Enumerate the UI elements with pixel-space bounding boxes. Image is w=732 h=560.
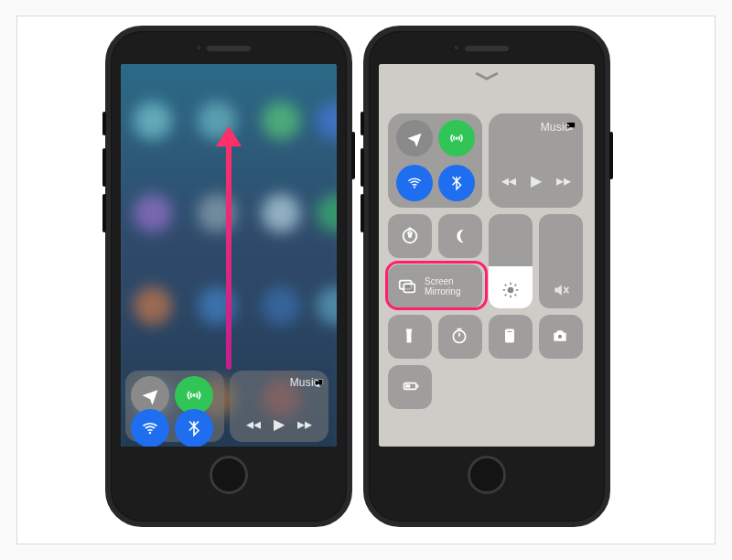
brightness-icon xyxy=(501,281,520,299)
front-camera xyxy=(195,44,202,51)
timer-icon xyxy=(450,327,470,347)
svg-point-17 xyxy=(509,337,511,339)
svg-point-8 xyxy=(508,287,514,294)
rewind-icon[interactable]: ◂◂ xyxy=(246,415,261,433)
speaker-grille xyxy=(207,46,251,51)
screen-mirroring-button[interactable]: Screen Mirroring xyxy=(388,264,482,308)
camera-button[interactable] xyxy=(539,315,583,359)
music-label: Music xyxy=(290,376,319,389)
svg-point-13 xyxy=(507,334,509,336)
volume-down-button xyxy=(102,194,106,232)
wifi-toggle[interactable] xyxy=(396,165,433,201)
screen-right[interactable]: Music ◂◂ ▶ ▸▸ xyxy=(379,64,595,447)
volume-up-button xyxy=(361,148,364,187)
svg-point-3 xyxy=(413,186,414,188)
low-power-mode-toggle[interactable] xyxy=(388,365,432,409)
svg-rect-12 xyxy=(507,330,513,333)
airplane-icon xyxy=(141,386,159,404)
cellular-icon xyxy=(185,386,203,404)
home-button[interactable] xyxy=(468,456,506,494)
svg-point-21 xyxy=(511,339,513,340)
svg-point-20 xyxy=(509,339,511,340)
pull-down-grabber[interactable] xyxy=(474,71,500,81)
camera-icon xyxy=(551,327,571,347)
music-label: Music xyxy=(541,121,570,134)
forward-icon[interactable]: ▸▸ xyxy=(556,172,571,189)
cellular-icon xyxy=(448,130,465,146)
iphone-left: Music ◂◂ ▶ ▸▸ xyxy=(105,26,352,527)
connectivity-tile[interactable] xyxy=(125,371,224,442)
moon-icon xyxy=(450,226,470,246)
flashlight-button[interactable] xyxy=(388,315,432,359)
bluetooth-icon xyxy=(185,419,203,437)
screen-mirroring-icon xyxy=(397,276,417,296)
airplane-mode-toggle[interactable] xyxy=(396,120,433,156)
music-controls: ◂◂ ▶ ▸▸ xyxy=(230,415,328,433)
bluetooth-toggle[interactable] xyxy=(438,165,475,201)
timer-button[interactable] xyxy=(438,315,482,359)
swipe-up-arrow xyxy=(226,141,231,370)
volume-mute-icon xyxy=(552,281,570,299)
svg-point-22 xyxy=(557,334,563,339)
power-button xyxy=(609,132,613,179)
svg-point-9 xyxy=(408,334,410,336)
mute-switch xyxy=(102,112,106,135)
play-icon[interactable]: ▶ xyxy=(274,415,285,433)
music-tile[interactable]: Music ◂◂ ▶ ▸▸ xyxy=(489,113,583,208)
svg-point-0 xyxy=(192,393,195,396)
wifi-toggle[interactable] xyxy=(131,409,169,447)
svg-point-18 xyxy=(511,337,513,339)
calculator-icon xyxy=(501,327,521,347)
flashlight-icon xyxy=(400,327,420,347)
volume-slider[interactable] xyxy=(539,214,583,308)
control-center: Music ◂◂ ▶ ▸▸ xyxy=(388,113,586,409)
front-camera xyxy=(453,44,460,51)
forward-icon[interactable]: ▸▸ xyxy=(297,415,312,433)
svg-rect-24 xyxy=(417,384,419,387)
connectivity-tile[interactable] xyxy=(388,113,482,208)
battery-icon xyxy=(400,377,420,397)
mute-switch xyxy=(361,112,364,135)
do-not-disturb-toggle[interactable] xyxy=(438,214,482,258)
volume-up-button xyxy=(102,148,106,187)
svg-rect-25 xyxy=(405,384,410,387)
brightness-slider[interactable] xyxy=(489,214,533,308)
airplane-icon xyxy=(406,130,423,146)
svg-point-15 xyxy=(511,334,513,336)
calculator-button[interactable] xyxy=(489,315,533,359)
power-button xyxy=(351,132,355,179)
rewind-icon[interactable]: ◂◂ xyxy=(501,172,516,189)
control-center-peek[interactable]: Music ◂◂ ▶ ▸▸ xyxy=(121,366,337,447)
volume-down-button xyxy=(361,194,364,232)
bluetooth-icon xyxy=(448,175,465,191)
orientation-lock-toggle[interactable] xyxy=(388,214,432,258)
screen-left[interactable]: Music ◂◂ ▶ ▸▸ xyxy=(121,64,337,447)
iphone-right: Music ◂◂ ▶ ▸▸ xyxy=(363,26,610,527)
tutorial-figure: Music ◂◂ ▶ ▸▸ xyxy=(16,16,716,544)
svg-point-1 xyxy=(149,432,152,435)
music-controls: ◂◂ ▶ ▸▸ xyxy=(489,172,583,189)
speaker-grille xyxy=(465,46,509,51)
svg-point-16 xyxy=(507,337,509,339)
orientation-lock-icon xyxy=(400,226,420,246)
svg-rect-7 xyxy=(404,284,414,292)
svg-point-14 xyxy=(509,334,511,336)
wifi-icon xyxy=(406,175,423,191)
cellular-data-toggle[interactable] xyxy=(438,120,475,156)
svg-point-2 xyxy=(455,137,458,140)
wifi-icon xyxy=(141,419,159,437)
svg-point-19 xyxy=(507,339,509,340)
music-tile[interactable]: Music ◂◂ ▶ ▸▸ xyxy=(230,371,328,442)
bluetooth-toggle[interactable] xyxy=(175,409,213,447)
screen-mirroring-label: Screen Mirroring xyxy=(425,276,460,296)
home-button[interactable] xyxy=(210,456,248,494)
play-icon[interactable]: ▶ xyxy=(531,172,542,189)
